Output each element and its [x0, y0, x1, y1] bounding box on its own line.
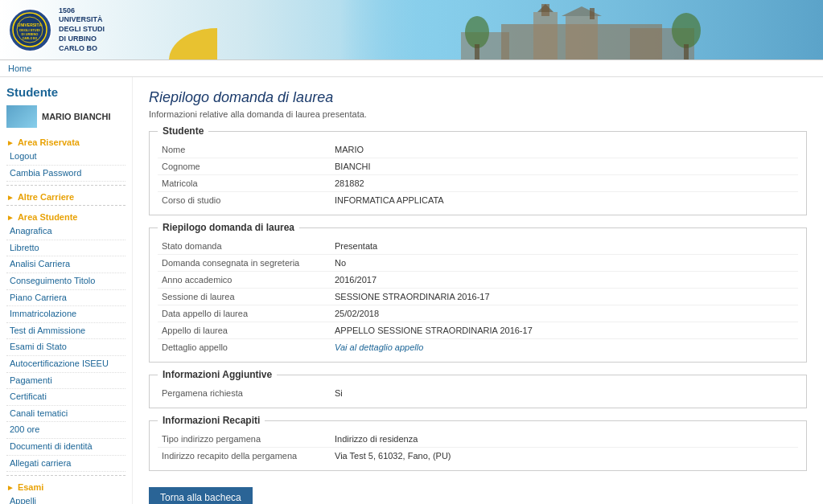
table-row: Cognome BIANCHI [158, 158, 798, 175]
table-row: Sessione di laurea SESSIONE STRAORDINARI… [158, 289, 798, 305]
header-building-image [340, 0, 823, 60]
breadcrumb: Home [0, 60, 823, 77]
svg-text:DI URBINO: DI URBINO [22, 32, 39, 36]
section-riepilogo-body: Stato domanda Presentata Domanda consegn… [150, 228, 806, 362]
sidebar-item-piano-carriera[interactable]: Piano Carriera [6, 290, 126, 307]
section-studente: Studente Nome MARIO Cognome BIANCHI Matr… [149, 131, 807, 215]
section-informazioni-recapiti: Informazioni Recapiti Tipo indirizzo per… [149, 420, 807, 471]
label-corso-studio: Corso di studio [158, 195, 335, 205]
sidebar-item-esami-stato[interactable]: Esami di Stato [6, 339, 126, 356]
sidebar-title: Studente [6, 85, 126, 99]
table-row: Nome MARIO [158, 141, 798, 158]
arrow-icon-3: ► [6, 213, 14, 222]
label-sessione-laurea: Sessione di laurea [158, 292, 335, 301]
header-university-text: 1506 UNIVERSITÀ DEGLI STUDI DI URBINO CA… [59, 6, 105, 53]
value-indirizzo-recapito: Via Test 5, 61032, Fano, (PU) [335, 451, 798, 461]
table-row: Data appello di laurea 25/02/2018 [158, 305, 798, 322]
svg-text:UNIVERSITÀ: UNIVERSITÀ [18, 23, 43, 27]
value-stato-domanda: Presentata [335, 241, 798, 251]
section-riepilogo: Riepilogo domanda di laurea Stato domand… [149, 227, 807, 363]
table-row: Tipo indirizzo pergamena Indirizzo di re… [158, 431, 798, 448]
sidebar-item-libretto[interactable]: Libretto [6, 240, 126, 257]
table-row: Matricola 281882 [158, 175, 798, 192]
value-nome: MARIO [335, 145, 798, 154]
main-content: Riepilogo domanda di laurea Informazioni… [133, 77, 823, 504]
sidebar-item-allegati-carriera[interactable]: Allegati carriera [6, 456, 126, 473]
sidebar-item-test-ammissione[interactable]: Test di Ammissione [6, 323, 126, 340]
section-informazioni-aggiuntive: Informazioni Aggiuntive Pergamena richie… [149, 375, 807, 408]
arrow-icon-2: ► [6, 193, 14, 202]
label-anno-accademico: Anno accademico [158, 275, 335, 285]
arrow-icon: ► [6, 138, 14, 147]
table-row: Appello di laurea APPELLO SESSIONE STRAO… [158, 322, 798, 339]
value-matricola: 281882 [335, 178, 798, 188]
sidebar-item-documenti-identita[interactable]: Documenti di identità [6, 439, 126, 456]
value-dettaglio-appello: Vai al dettaglio appello [335, 342, 798, 352]
sidebar-divider-1 [6, 185, 126, 186]
sidebar-item-pagamenti[interactable]: Pagamenti [6, 373, 126, 390]
sidebar-section-area-studente: ► Area Studente [6, 212, 126, 222]
dettaglio-appello-link[interactable]: Vai al dettaglio appello [335, 342, 423, 352]
sidebar-item-conseguimento-titolo[interactable]: Conseguimento Titolo [6, 273, 126, 290]
section-recapiti-body: Tipo indirizzo pergamena Indirizzo di re… [150, 421, 806, 470]
sidebar-item-200-ore[interactable]: 200 ore [6, 422, 126, 439]
table-row: Dettaglio appello Vai al dettaglio appel… [158, 339, 798, 355]
sidebar-item-analisi-carriera[interactable]: Analisi Carriera [6, 256, 126, 273]
layout: Studente MARIO BIANCHI ► Area Riservata … [0, 77, 823, 504]
svg-rect-13 [590, 8, 595, 19]
svg-rect-18 [475, 44, 479, 60]
table-row: Indirizzo recapito della pergamena Via T… [158, 448, 798, 464]
value-cognome: BIANCHI [335, 162, 798, 171]
user-name: MARIO BIANCHI [42, 112, 111, 121]
header-logo: UNIVERSITÀ DEGLI STUDI DI URBINO CARLO B… [0, 6, 113, 53]
section-studente-header: Studente [158, 125, 208, 137]
label-tipo-indirizzo: Tipo indirizzo pergamena [158, 434, 335, 444]
value-appello-laurea: APPELLO SESSIONE STRAORDINARIA 2016-17 [335, 326, 798, 335]
svg-point-16 [465, 16, 489, 48]
label-cognome: Cognome [158, 162, 335, 171]
label-appello-laurea: Appello di laurea [158, 326, 335, 335]
sidebar-section-altre-carriere: ► Altre Carriere [6, 192, 126, 202]
section-riepilogo-header: Riepilogo domanda di laurea [158, 222, 299, 233]
sidebar-item-logout[interactable]: Logout [6, 149, 126, 166]
value-consegnata-segreteria: No [335, 258, 798, 268]
home-link[interactable]: Home [8, 64, 31, 73]
label-nome: Nome [158, 145, 335, 154]
svg-text:CARLO BO: CARLO BO [23, 37, 38, 40]
sidebar-divider-2 [6, 205, 126, 206]
back-button[interactable]: Torna alla bacheca [149, 487, 253, 504]
value-corso-studio: INFORMATICA APPLICATA [335, 195, 798, 205]
label-stato-domanda: Stato domanda [158, 241, 335, 251]
value-pergamena-richiesta: Si [335, 388, 798, 398]
value-sessione-laurea: SESSIONE STRAORDINARIA 2016-17 [335, 292, 798, 301]
sidebar-section-area-riservata: ► Area Riservata [6, 137, 126, 147]
label-data-appello: Data appello di laurea [158, 309, 335, 318]
page-subtitle: Informazioni relative alla domanda di la… [149, 109, 807, 119]
table-row: Pergamena richiesta Si [158, 385, 798, 401]
sidebar-divider-3 [6, 475, 126, 476]
header: UNIVERSITÀ DEGLI STUDI DI URBINO CARLO B… [0, 0, 823, 60]
sidebar-item-immatricolazione[interactable]: Immatricolazione [6, 306, 126, 323]
section-aggiuntive-body: Pergamena richiesta Si [150, 375, 806, 408]
svg-rect-11 [566, 16, 598, 60]
table-row: Anno accademico 2016/2017 [158, 272, 798, 289]
table-row: Stato domanda Presentata [158, 238, 798, 255]
sidebar-item-certificati[interactable]: Certificati [6, 389, 126, 406]
user-box: MARIO BIANCHI [6, 105, 126, 128]
section-aggiuntive-header: Informazioni Aggiuntive [158, 369, 277, 380]
svg-point-17 [672, 13, 701, 48]
label-pergamena-richiesta: Pergamena richiesta [158, 388, 335, 398]
sidebar-item-anagrafica[interactable]: Anagrafica [6, 223, 126, 240]
avatar [6, 105, 37, 128]
label-matricola: Matricola [158, 178, 335, 188]
svg-rect-8 [533, 12, 558, 60]
sidebar: Studente MARIO BIANCHI ► Area Riservata … [0, 77, 133, 504]
sidebar-item-canali-tematici[interactable]: Canali tematici [6, 406, 126, 423]
header-yellow-curve [121, 0, 217, 60]
sidebar-item-appelli[interactable]: Appelli [6, 494, 126, 504]
sidebar-item-autocertificazione[interactable]: Autocertificazione ISEEU [6, 356, 126, 373]
table-row: Corso di studio INFORMATICA APPLICATA [158, 192, 798, 208]
sidebar-item-cambia-password[interactable]: Cambia Password [6, 166, 126, 182]
value-tipo-indirizzo: Indirizzo di residenza [335, 434, 798, 444]
label-indirizzo-recapito: Indirizzo recapito della pergamena [158, 451, 335, 461]
